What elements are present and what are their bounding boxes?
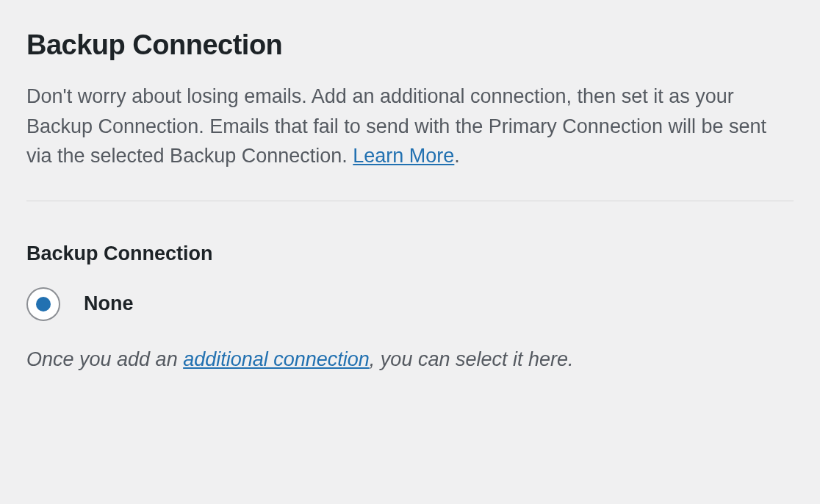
radio-dot-icon: [36, 297, 51, 312]
hint-text: Once you add an additional connection, y…: [26, 345, 794, 375]
radio-label: None: [84, 292, 134, 315]
additional-connection-link[interactable]: additional connection: [183, 348, 370, 370]
learn-more-link[interactable]: Learn More: [353, 145, 454, 167]
section-title: Backup Connection: [26, 29, 794, 61]
section-description: Don't worry about losing emails. Add an …: [26, 82, 794, 171]
hint-part2: , you can select it here.: [370, 348, 574, 370]
description-end: .: [454, 145, 460, 167]
field-label: Backup Connection: [26, 242, 794, 265]
hint-part1: Once you add an: [26, 348, 183, 370]
radio-option-none[interactable]: None: [26, 287, 794, 321]
divider: [26, 201, 794, 201]
radio-button[interactable]: [26, 287, 60, 321]
